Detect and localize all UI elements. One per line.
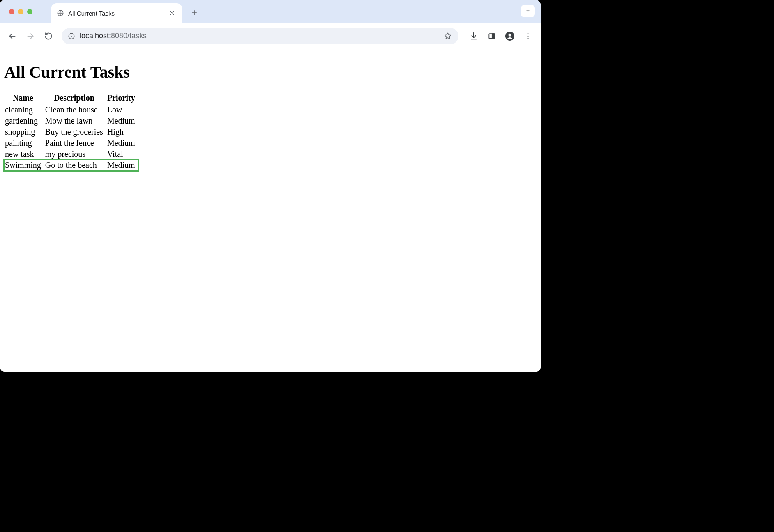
cell-priority: High <box>106 126 138 138</box>
toolbar-actions <box>466 28 536 44</box>
cell-description: Paint the fence <box>44 138 106 149</box>
bookmark-button[interactable] <box>442 30 454 42</box>
globe-icon <box>57 9 64 17</box>
column-header-description: Description <box>44 92 106 104</box>
svg-rect-5 <box>492 34 495 39</box>
table-row: new taskmy preciousVital <box>4 149 138 160</box>
cell-description: Buy the groceries <box>44 126 106 138</box>
cell-name: shopping <box>4 126 44 138</box>
page-title: All Current Tasks <box>4 62 537 82</box>
svg-point-8 <box>528 33 529 34</box>
column-header-name: Name <box>4 92 44 104</box>
cell-name: cleaning <box>4 104 44 115</box>
cell-priority: Low <box>106 104 138 115</box>
window-fullscreen-button[interactable] <box>27 9 32 14</box>
new-tab-button[interactable] <box>188 7 200 19</box>
url-text: localhost:8080/tasks <box>80 32 438 40</box>
window-controls <box>9 9 32 14</box>
browser-tab[interactable]: All Current Tasks <box>51 3 182 23</box>
cell-description: my precious <box>44 149 106 160</box>
cell-description: Go to the beach <box>44 160 106 171</box>
cell-priority: Vital <box>106 149 138 160</box>
svg-point-7 <box>509 33 511 36</box>
tasks-table: Name Description Priority cleaningClean … <box>4 92 138 171</box>
window-minimize-button[interactable] <box>18 9 23 14</box>
cell-name: Swimming <box>4 160 44 171</box>
tab-bar: All Current Tasks <box>0 0 541 23</box>
back-button[interactable] <box>5 29 20 44</box>
svg-point-10 <box>528 38 529 39</box>
address-bar[interactable]: localhost:8080/tasks <box>62 28 458 44</box>
cell-name: painting <box>4 138 44 149</box>
window-close-button[interactable] <box>9 9 14 14</box>
table-row: gardeningMow the lawnMedium <box>4 115 138 126</box>
tab-search-button[interactable] <box>521 5 535 17</box>
tab-title: All Current Tasks <box>68 10 168 17</box>
cell-priority: Medium <box>106 138 138 149</box>
url-host: localhost <box>80 32 109 40</box>
table-row: shoppingBuy the groceriesHigh <box>4 126 138 138</box>
kebab-menu-button[interactable] <box>520 28 536 44</box>
cell-priority: Medium <box>106 115 138 126</box>
table-row: paintingPaint the fenceMedium <box>4 138 138 149</box>
page-content: All Current Tasks Name Description Prior… <box>0 49 541 372</box>
downloads-button[interactable] <box>466 28 481 44</box>
profile-button[interactable] <box>502 28 518 44</box>
browser-window: All Current Tasks localhost:808 <box>0 0 541 372</box>
table-row: SwimmingGo to the beachMedium <box>4 160 138 171</box>
cell-name: new task <box>4 149 44 160</box>
tab-close-button[interactable] <box>168 9 177 18</box>
reload-button[interactable] <box>41 29 56 44</box>
forward-button[interactable] <box>23 29 38 44</box>
side-panel-button[interactable] <box>484 28 500 44</box>
site-info-icon[interactable] <box>67 32 76 40</box>
url-port: :8080 <box>109 32 127 40</box>
toolbar: localhost:8080/tasks <box>0 23 541 49</box>
table-header-row: Name Description Priority <box>4 92 138 104</box>
svg-point-9 <box>528 35 529 37</box>
url-path: /tasks <box>127 32 147 40</box>
cell-description: Mow the lawn <box>44 115 106 126</box>
column-header-priority: Priority <box>106 92 138 104</box>
cell-priority: Medium <box>106 160 138 171</box>
table-row: cleaningClean the houseLow <box>4 104 138 115</box>
cell-name: gardening <box>4 115 44 126</box>
cell-description: Clean the house <box>44 104 106 115</box>
